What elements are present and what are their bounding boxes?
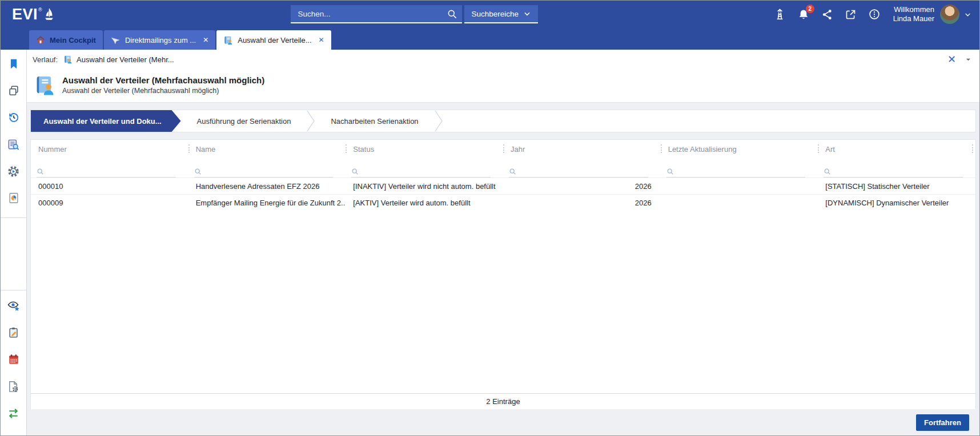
wizard-step-1[interactable]: Auswahl der Verteiler und Doku... bbox=[31, 110, 181, 132]
calendar-icon[interactable] bbox=[6, 352, 21, 367]
eye-star-icon[interactable] bbox=[6, 298, 21, 313]
page-title: Auswahl der Verteiler (Mehrfachauswahl m… bbox=[62, 75, 264, 86]
column-resize-handle[interactable] bbox=[188, 144, 190, 153]
search-scope-label: Suchbereiche bbox=[471, 10, 519, 18]
cell-name: Handverlesene Adressaten EFZ 2026 bbox=[188, 178, 346, 194]
search-icon bbox=[37, 168, 44, 175]
search-icon bbox=[194, 168, 202, 175]
avatar[interactable] bbox=[940, 5, 959, 24]
history-bar: Verlauf: Auswahl der Verteiler (Mehr... … bbox=[27, 50, 979, 69]
table-row[interactable]: 000009 Empfänger Mailing Energie für die… bbox=[31, 194, 975, 211]
copy-pages-icon[interactable] bbox=[6, 83, 21, 98]
column-header-name[interactable]: Name bbox=[188, 140, 346, 158]
filter-input-nummer[interactable] bbox=[37, 168, 176, 177]
search-scope-dropdown[interactable]: Suchbereiche bbox=[464, 5, 538, 23]
column-resize-handle[interactable] bbox=[346, 144, 347, 153]
cell-art: [STATISCH] Statischer Verteiler bbox=[818, 178, 975, 194]
tab-close-icon[interactable]: ✕ bbox=[319, 36, 324, 44]
sailboat-icon bbox=[43, 7, 55, 21]
gear-play-icon[interactable] bbox=[6, 164, 21, 179]
lighthouse-icon[interactable] bbox=[774, 8, 786, 21]
tab-mein-cockpit[interactable]: Mein Cockpit bbox=[29, 30, 103, 50]
report-piechart-icon[interactable] bbox=[6, 191, 21, 205]
column-header-letzte-aktualisierung[interactable]: Letzte Aktualisierung bbox=[661, 140, 818, 158]
table-footer-count: 2 Einträge bbox=[31, 393, 975, 409]
step-chevron-icon bbox=[435, 110, 443, 132]
help-more-icon[interactable] bbox=[868, 8, 881, 21]
chevron-down-icon bbox=[523, 10, 531, 18]
search-document-icon[interactable] bbox=[6, 137, 21, 152]
column-header-jahr[interactable]: Jahr bbox=[503, 140, 661, 158]
evi-logo[interactable]: EVI ® bbox=[12, 6, 55, 23]
user-menu-chevron-icon[interactable] bbox=[964, 11, 971, 18]
table-filter-row bbox=[31, 158, 975, 177]
toolbar-separator bbox=[1, 217, 26, 218]
column-resize-handle[interactable] bbox=[661, 144, 662, 153]
tab-auswahl-der-verteiler[interactable]: Auswahl der Verteile... ✕ bbox=[216, 30, 331, 50]
welcome-line2: Linda Mauer bbox=[893, 14, 934, 23]
history-entry[interactable]: Auswahl der Verteiler (Mehr... bbox=[63, 55, 174, 64]
column-header-nummer[interactable]: Nummer bbox=[31, 140, 188, 158]
wizard-step-3[interactable]: Nacharbeiten Serienaktion bbox=[315, 110, 434, 132]
step-chevron-icon bbox=[307, 110, 315, 132]
wizard-step-2[interactable]: Ausführung der Serienaktion bbox=[181, 110, 307, 132]
table-row[interactable]: 000010 Handverlesene Adressaten EFZ 2026… bbox=[31, 177, 975, 194]
cell-jahr: 2026 bbox=[503, 178, 661, 194]
cell-nummer: 000009 bbox=[31, 195, 188, 211]
filter-input-status[interactable] bbox=[351, 168, 491, 177]
welcome-text: Willkommen Linda Mauer bbox=[893, 5, 934, 23]
bookmark-icon[interactable] bbox=[6, 56, 21, 71]
fortfahren-button[interactable]: Fortfahren bbox=[916, 414, 969, 431]
cell-status: [INAKTIV] Verteiler wird nicht autom. be… bbox=[346, 178, 503, 194]
page-header: Auswahl der Verteiler (Mehrfachauswahl m… bbox=[27, 69, 979, 103]
tab-direktmailings[interactable]: Direktmailings zum ... ✕ bbox=[104, 30, 215, 50]
history-icon[interactable] bbox=[6, 110, 21, 125]
column-resize-handle[interactable] bbox=[818, 144, 819, 153]
clipboard-edit-icon[interactable] bbox=[6, 325, 21, 340]
open-in-new-icon[interactable] bbox=[845, 9, 857, 21]
book-person-icon bbox=[34, 74, 55, 96]
app-window: EVI ® Suchbereic bbox=[0, 0, 980, 436]
home-icon bbox=[36, 35, 45, 45]
search-icon[interactable] bbox=[447, 9, 457, 19]
filter-input-name[interactable] bbox=[194, 168, 334, 177]
filter-input-jahr[interactable] bbox=[509, 168, 648, 177]
search-input[interactable] bbox=[298, 10, 447, 18]
tab-label: Direktmailings zum ... bbox=[125, 36, 196, 45]
cell-letzte-aktualisierung bbox=[661, 195, 818, 211]
column-header-status[interactable]: Status bbox=[346, 140, 503, 158]
column-resize-handle[interactable] bbox=[503, 144, 504, 153]
paper-plane-icon bbox=[111, 35, 121, 45]
notification-badge: 2 bbox=[806, 5, 814, 13]
left-toolbar bbox=[1, 50, 27, 435]
swap-arrows-icon[interactable] bbox=[6, 406, 21, 421]
search-icon bbox=[509, 168, 516, 175]
global-search bbox=[291, 5, 462, 23]
history-collapse-chevron-icon[interactable] bbox=[965, 56, 971, 63]
bell-icon[interactable]: 2 bbox=[797, 8, 810, 21]
share-icon[interactable] bbox=[821, 9, 833, 21]
tab-label: Auswahl der Verteile... bbox=[238, 36, 311, 45]
tab-close-icon[interactable]: ✕ bbox=[203, 36, 208, 44]
toolbar-separator bbox=[1, 290, 26, 290]
app-header: EVI ® Suchbereic bbox=[1, 1, 979, 28]
cell-status: [AKTIV] Verteiler wird autom. befüllt bbox=[346, 195, 503, 211]
document-gear-icon[interactable] bbox=[6, 379, 21, 394]
history-close-icon[interactable]: ✕ bbox=[947, 54, 956, 64]
cell-letzte-aktualisierung bbox=[661, 178, 818, 194]
appbar-icon-group: 2 bbox=[774, 8, 881, 21]
logo-text: EVI bbox=[12, 6, 38, 23]
welcome-line1: Willkommen bbox=[893, 5, 934, 14]
column-resize-handle[interactable] bbox=[972, 144, 973, 153]
history-entry-label: Auswahl der Verteiler (Mehr... bbox=[77, 55, 174, 64]
filter-input-art[interactable] bbox=[824, 168, 963, 177]
tab-bar: Mein Cockpit Direktmailings zum ... ✕ Au… bbox=[1, 28, 979, 50]
book-person-icon bbox=[223, 35, 233, 45]
column-header-art[interactable]: Art bbox=[818, 140, 975, 158]
filter-input-letzte-aktualisierung[interactable] bbox=[666, 168, 806, 177]
search-icon bbox=[824, 168, 831, 175]
table-empty-area bbox=[31, 211, 975, 393]
cell-name: Empfänger Mailing Energie für die Zukunf… bbox=[188, 195, 346, 211]
search-icon bbox=[666, 168, 674, 175]
wizard-steps: Auswahl der Verteiler und Doku... Ausfüh… bbox=[30, 110, 976, 132]
